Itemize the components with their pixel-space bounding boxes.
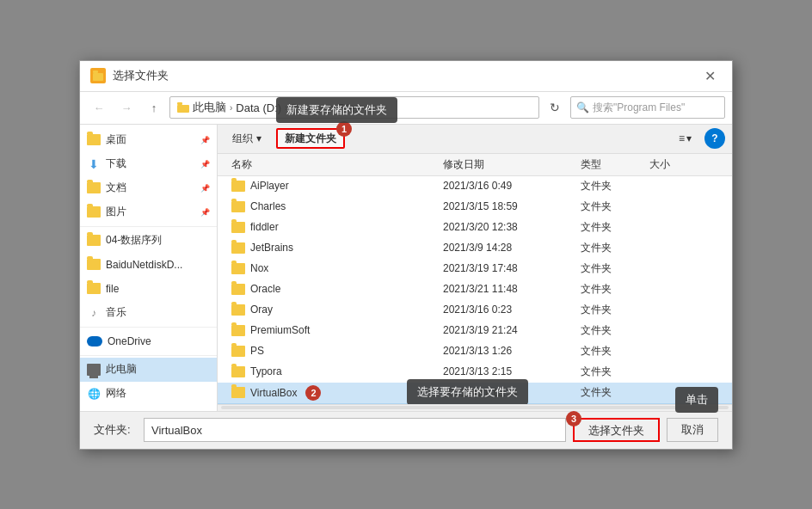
file-type-aiplayer: 文件夹 [581,179,649,193]
file-chooser-dialog: 选择文件夹 ✕ ← → ↑ 此电脑 › Data (D:) › Program … [79,60,733,450]
file-row-premiumsoft[interactable]: PremiumSoft 2021/3/19 21:24 文件夹 [218,321,732,341]
sidebar-sep2 [80,327,217,328]
header-name: 名称 [231,157,443,172]
sidebar-item-documents[interactable]: 文档 📌 [80,176,217,200]
sidebar-item-04[interactable]: 04-数据序列 [80,229,217,253]
close-button[interactable]: ✕ [698,64,722,88]
file-type-premiumsoft: 文件夹 [581,323,649,338]
file-type-jetbrains: 文件夹 [581,241,649,255]
file-row-jetbrains[interactable]: JetBrains 2021/3/9 14:28 文件夹 [218,238,732,259]
file-type-nox: 文件夹 [581,261,649,276]
pin-icon-desktop: 📌 [200,136,210,144]
view-button[interactable]: ≡ ▾ [673,128,698,149]
back-button[interactable]: ← [87,96,111,119]
sidebar-label-pictures: 图片 [106,205,126,219]
sidebar-item-music[interactable]: ♪ 音乐 [80,301,217,325]
file-row-nox[interactable]: Nox 2021/3/19 17:48 文件夹 [218,259,732,279]
folder-input[interactable] [144,418,566,442]
file-name-typora: Typora [250,365,282,377]
svg-rect-0 [93,73,103,81]
download-icon: ⬇ [87,157,101,171]
onedrive-icon [87,336,102,346]
breadcrumb-pc[interactable]: 此电脑 [193,100,226,115]
breadcrumb-bar[interactable]: 此电脑 › Data (D:) › Program Files ▾ [169,96,539,119]
new-folder-button[interactable]: 新建文件夹 [276,128,345,149]
sidebar-label-04: 04-数据序列 [106,233,162,248]
sidebar-item-desktop[interactable]: 桌面 📌 [80,128,217,152]
search-placeholder: 搜索"Program Files" [593,101,685,115]
search-bar[interactable]: 🔍 搜索"Program Files" [570,96,725,119]
sidebar-sep3 [80,355,217,356]
action-buttons: 选择文件夹 取消 [573,418,718,442]
breadcrumb-folder[interactable]: Program Files [291,101,360,114]
title-bar: 选择文件夹 ✕ [80,61,732,92]
folder-icon-jetbrains [231,242,245,254]
bottom-bar: 文件夹: 3 单击 选择文件夹 取消 [80,411,732,449]
file-modified-jetbrains: 2021/3/9 14:28 [443,242,581,254]
body-area: 桌面 📌 ⬇ 下载 📌 文档 📌 图片 📌 [80,125,732,411]
sidebar: 桌面 📌 ⬇ 下载 📌 文档 📌 图片 📌 [80,125,218,411]
file-modified-nox: 2021/3/19 17:48 [443,262,581,274]
folder-icon-nox [231,263,245,274]
file-modified-ps: 2021/3/13 1:26 [443,345,581,357]
svg-rect-3 [177,102,182,105]
sidebar-label-documents: 文档 [106,181,126,195]
sidebar-item-onedrive[interactable]: OneDrive [80,329,217,353]
search-icon: 🔍 [576,101,589,113]
file-name-ps: PS [250,345,264,357]
file-name-charles: Charles [250,200,286,212]
folder-icon-aiplayer [231,181,245,192]
sidebar-item-downloads[interactable]: ⬇ 下载 📌 [80,152,217,176]
folder-icon-oracle [231,284,245,295]
organize-button[interactable]: 组织 ▾ [225,128,269,149]
file-row-charles[interactable]: Charles 2021/3/15 18:59 文件夹 [218,197,732,218]
sidebar-item-pictures[interactable]: 图片 📌 [80,200,217,224]
cancel-button[interactable]: 取消 [667,418,718,442]
pin-icon-pictures: 📌 [200,208,210,217]
file-type-ps: 文件夹 [581,344,649,359]
file-type-oracle: 文件夹 [581,282,649,297]
folder-icon-premiumsoft [231,325,245,336]
breadcrumb-drive[interactable]: Data (D:) [236,101,281,114]
select-folder-button[interactable]: 选择文件夹 [573,418,660,442]
file-modified-oray: 2021/3/16 0:23 [443,304,581,316]
breadcrumb-sep2: › [285,103,287,113]
file-row-oray[interactable]: Oray 2021/3/16 0:23 文件夹 [218,300,732,321]
sidebar-item-thispc[interactable]: 此电脑 [80,358,217,382]
file-row-virtualbox[interactable]: VirtualBox 2 选择要存储的文件夹 2021/3/21 12:34 文… [218,383,732,404]
forward-button[interactable]: → [114,96,138,119]
file-row-aiplayer[interactable]: AiPlayer 2021/3/16 0:49 文件夹 [218,176,732,197]
navigation-toolbar: ← → ↑ 此电脑 › Data (D:) › Program Files ▾ … [80,92,732,125]
folder-icon-ps [231,346,245,357]
up-button[interactable]: ↑ [142,96,166,119]
badge-2: 2 [305,385,321,401]
file-modified-typora: 2021/3/13 2:15 [443,365,581,377]
main-content: 组织 ▾ 新建文件夹 1 新建要存储的文件夹 ≡ [218,125,732,411]
file-name-aiplayer: AiPlayer [250,180,289,192]
file-modified-fiddler: 2021/3/20 12:38 [443,221,581,233]
sidebar-item-baidu[interactable]: BaiduNetdiskD... [80,253,217,277]
file-type-typora: 文件夹 [581,365,649,379]
documents-icon [87,182,101,193]
title-left: 选择文件夹 [90,68,169,83]
file-list: AiPlayer 2021/3/16 0:49 文件夹 Charles 2021… [218,176,732,404]
file-row-ps[interactable]: PS 2021/3/13 1:26 文件夹 [218,341,732,362]
sidebar-label-downloads: 下载 [106,156,126,171]
file-row-typora[interactable]: Typora 2021/3/13 2:15 文件夹 [218,362,732,383]
folder-icon-charles [231,201,245,212]
file-row-fiddler[interactable]: fiddler 2021/3/20 12:38 文件夹 [218,218,732,238]
badge-3: 3 [566,411,581,426]
horizontal-scrollbar[interactable] [218,404,732,411]
folder-file-icon [87,283,101,294]
sidebar-item-network[interactable]: 🌐 网络 [80,382,217,406]
refresh-button[interactable]: ↻ [543,96,567,119]
file-row-oracle[interactable]: Oracle 2021/3/21 11:48 文件夹 [218,279,732,300]
breadcrumb-dropdown[interactable]: ▾ [367,103,372,113]
folder-icon-oray [231,304,245,316]
music-icon: ♪ [87,306,101,320]
help-button[interactable]: ? [704,128,725,149]
sidebar-item-file[interactable]: file [80,277,217,301]
file-name-nox: Nox [250,262,268,274]
file-name-fiddler: fiddler [250,221,279,233]
scrollbar-track [221,406,729,409]
